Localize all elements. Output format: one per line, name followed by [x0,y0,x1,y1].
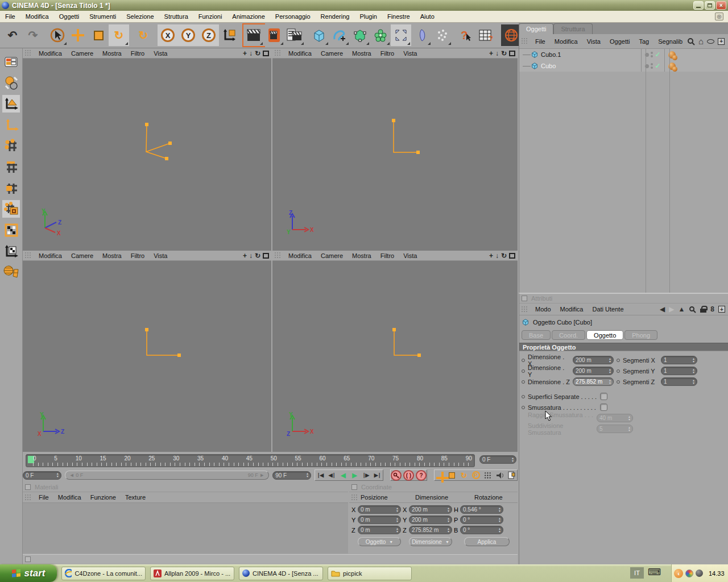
rotation-b-field[interactable]: 0 °▴▾ [460,526,503,534]
menu-item[interactable]: Funzioni [193,11,228,22]
anim-dot[interactable] [522,395,525,398]
make-editable-button[interactable] [2,53,20,70]
viewport-menu-item[interactable]: Modifica [284,251,316,260]
render-settings-button[interactable] [284,24,305,46]
rotate-view-icon[interactable]: ↻ [501,252,507,260]
size-y-field[interactable]: 200 m▴▾ [409,516,452,524]
history-forward-icon[interactable]: ▶ [669,305,674,313]
title-bar[interactable]: CINEMA 4D - [Senza Titolo 1 *] × [0,0,728,11]
anim-dot[interactable] [522,359,525,362]
panel-checkbox[interactable] [522,296,527,301]
window-gadget-icon[interactable]: ◎ [715,13,723,20]
viewport-menu-item[interactable]: Modifica [34,49,67,58]
segments-x-field[interactable]: 1▴▾ [661,356,697,364]
language-indicator[interactable]: IT [630,567,644,579]
viewport-menu-item[interactable]: Filtro [376,251,399,260]
viewport-menu-item[interactable]: Mostra [98,49,126,58]
viewport-menu-item[interactable]: Filtro [126,49,149,58]
taskbar-item-browser[interactable]: C4Dzone - La comunit... [61,567,146,580]
content-browser-button[interactable]: ? [477,24,497,46]
parent-object-icon[interactable]: ▲ [678,305,685,313]
visibility-dots[interactable]: ✓ [641,60,665,72]
search-icon[interactable] [689,306,696,313]
panel-checkbox[interactable] [351,484,357,490]
panel-grip[interactable] [24,494,32,501]
visibility-dots[interactable]: ✓ [641,49,665,60]
keyframe-rotation-toggle[interactable]: ↻ [458,470,469,480]
taskbar-item-picpick[interactable]: picpick [328,567,412,580]
workplane-mode-button[interactable] [2,263,20,281]
play-backward-button[interactable]: ◀ [338,470,349,480]
maximize-view-icon[interactable] [509,51,515,56]
tab-oggetti[interactable]: Oggetti [519,23,553,34]
taskbar-item-allplan[interactable]: Allplan 2009 - Mirco - ... [150,567,234,580]
attributes-menu-item[interactable]: Modo [531,305,556,314]
size-z-field[interactable]: 275.852 m▴▾ [409,526,452,534]
add-panel-icon[interactable]: + [718,38,725,45]
object-name[interactable]: Cubo.1 [541,51,641,58]
materials-menu-item[interactable]: Funzione [86,493,121,502]
object-name[interactable]: Cubo [541,63,641,69]
coord-mode-dropdown[interactable]: Oggetto▼ [358,537,401,546]
rotation-h-field[interactable]: 0.546 °▴▾ [460,505,503,514]
panel-checkbox[interactable] [25,484,31,490]
viewport-menu-item[interactable]: Modifica [34,251,67,260]
polygons-mode-button[interactable] [2,179,20,197]
pan-view-icon[interactable]: + [243,252,247,260]
tab-struttura[interactable]: Struttura [553,23,592,34]
dolly-view-icon[interactable]: ↓ [249,252,253,260]
timeline-range-slider[interactable]: ◄ 0 F 90 F ► [65,471,269,480]
coordinate-system-button[interactable] [219,24,239,46]
texture-axis-mode-button[interactable] [2,242,20,260]
rotate-view-icon[interactable]: ↻ [501,49,507,57]
picpick-tray-icon[interactable] [685,569,693,577]
previous-frame-button[interactable]: ◀∣ [326,470,337,480]
menu-item[interactable]: Rendering [316,11,355,22]
panel-checkbox[interactable] [25,556,31,562]
tab-coord[interactable]: Coord. [552,330,585,340]
viewport-menu-item[interactable]: Camere [67,49,98,58]
anim-dot[interactable] [522,369,525,373]
menu-item[interactable]: Aiuto [415,11,440,22]
segments-y-field[interactable]: 1▴▾ [661,367,697,375]
pan-view-icon[interactable]: + [243,49,247,57]
menu-item[interactable]: Struttura [159,11,193,22]
menu-item[interactable]: Modifica [20,11,54,22]
deformer-button[interactable] [411,24,432,46]
menu-item[interactable]: Strumenti [84,11,121,22]
keyframe-pla-toggle[interactable] [482,470,493,480]
restore-button[interactable] [705,1,715,10]
materials-list-area[interactable] [23,503,348,554]
object-manager-menu-item[interactable]: Modifica [550,37,582,46]
viewport-menu-item[interactable]: Mostra [348,251,376,260]
section-proprieta-oggetto[interactable]: Proprietà Oggetto [519,343,728,351]
anim-dot[interactable] [617,369,620,373]
last-tool-button[interactable]: ↻ [133,24,154,46]
object-manager-menu-item[interactable]: Oggetti [605,37,634,46]
collapsed-panel-strip[interactable] [23,554,518,564]
viewport-top[interactable]: Z X Y [272,59,518,251]
next-frame-button[interactable]: ∣▶ [361,470,371,480]
superfici-separate-checkbox[interactable] [600,393,607,400]
array-modeling-button[interactable] [370,24,391,46]
model-mode-button[interactable] [2,74,20,92]
lock-icon[interactable] [700,306,706,313]
goto-end-button[interactable]: ▶∣ [372,470,383,480]
keyframe-position-toggle[interactable] [435,470,445,480]
points-mode-button[interactable] [2,137,20,155]
redo-button[interactable]: ↷ [23,24,43,46]
viewport-menu-item[interactable]: Mostra [348,49,376,58]
viewport-menu-item[interactable]: Mostra [98,251,126,260]
viewport-menu-item[interactable]: Vista [149,49,172,58]
menu-item[interactable]: Finestre [382,11,415,22]
timeline-ruler[interactable]: 051015202530354045505560657075808590 [26,454,475,467]
rotation-p-field[interactable]: 0 °▴▾ [460,516,503,524]
size-x-field[interactable]: 200 m▴▾ [409,505,452,514]
materials-menu-item[interactable]: Texture [121,493,150,502]
tab-oggetto[interactable]: Oggetto [586,330,623,340]
particles-button[interactable] [432,24,452,46]
maximize-view-icon[interactable] [263,253,269,259]
add-panel-icon[interactable]: + [718,306,725,313]
viewport-menu-item[interactable]: Modifica [284,49,316,58]
maximize-view-icon[interactable] [263,51,269,56]
